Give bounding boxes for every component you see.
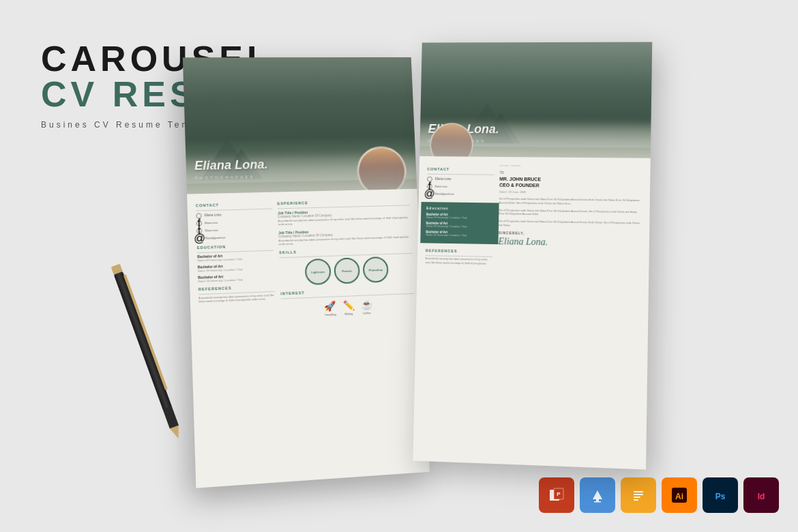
- cv-header-fog: [186, 149, 417, 194]
- contact-icon-4: @: [196, 235, 202, 241]
- cover-refs-divider: [426, 255, 492, 256]
- svg-rect-10: [634, 497, 640, 498]
- cv-header-fog-right: [419, 116, 651, 158]
- cv-header-left: Eliana Lona. PHOTOGRAPHER: [183, 57, 417, 194]
- cover-contact-divider: [427, 174, 494, 175]
- svg-text:Id: Id: [758, 492, 765, 501]
- cover-right-column: cover letter TO MR. JOHN BRUCE CEO & FOU…: [498, 164, 642, 269]
- interest-writing: ✏️ Writing: [342, 299, 355, 316]
- cover-contact-2: f Eliana Lona: [427, 183, 494, 190]
- cover-date: Dated : 20 June, 2020: [499, 190, 642, 195]
- svg-text:P: P: [557, 491, 561, 497]
- writing-label: Writing: [344, 312, 353, 316]
- contact-item-3: t Eliana Lona: [196, 226, 273, 233]
- interests-list: 🚀 Travelling ✏️ Writing ☕ Coffee: [281, 297, 415, 319]
- contact-divider: [196, 209, 272, 211]
- interest-travelling: 🚀 Travelling: [324, 300, 336, 316]
- writing-icon: ✏️: [342, 299, 354, 311]
- interests-section-title: Interest: [280, 286, 413, 296]
- pen-body: [114, 271, 179, 428]
- cover-contact-1: Eliana Lona: [427, 176, 494, 182]
- illustrator-icon: Ai: [662, 477, 697, 513]
- edu-item-3: Bachelor of Art Name Of University / Loc…: [198, 273, 274, 283]
- software-icons-row: P Ai Ps Id: [539, 477, 779, 513]
- cover-refs-text: A wonderful serenity has taken possessio…: [425, 257, 492, 266]
- svg-rect-9: [634, 494, 643, 495]
- exp-item-1: Job Title / Position Company Name / Loca…: [278, 207, 411, 226]
- svg-rect-8: [634, 491, 643, 492]
- pages-icon: [621, 477, 656, 513]
- svg-text:Ps: Ps: [715, 492, 726, 501]
- keynote-icon: [580, 477, 615, 513]
- cv-body-left: Contact Eliana Lona f Eliana Lona t Elia…: [187, 189, 423, 328]
- cover-edu-2: Bachelor of Art Name Of University / Loc…: [426, 221, 494, 228]
- contact-item-4: @ Eliana@gmail.com: [196, 233, 273, 241]
- signature: Eliana Lona.: [498, 237, 640, 250]
- cover-edu-sub-3: Name Of University / Location / Year: [426, 233, 492, 237]
- cover-to-label: TO: [499, 171, 642, 176]
- cover-refs-title: References: [426, 248, 493, 254]
- cover-body-text-3: Set of Perspiculus unde Omnis iste Natus…: [499, 220, 641, 229]
- svg-text:Ai: Ai: [675, 492, 683, 501]
- pen-clip: [123, 274, 168, 391]
- cover-contact-text-1: Eliana Lona: [435, 177, 451, 181]
- experience-section-title: Experience: [278, 198, 410, 206]
- contact-item-2: f Eliana Lona: [196, 218, 273, 226]
- cover-contact-title: Contact: [427, 167, 494, 172]
- cover-edu-sub-1: Name Of University / Location / Year: [426, 216, 493, 219]
- cover-edu-1: Bachelor of Art Name Of University / Loc…: [426, 212, 494, 219]
- cover-contact-text-3: Eliana@gmail.com: [434, 192, 454, 195]
- cover-contact-icon-3: @: [427, 191, 432, 196]
- cover-contact-3: @ Eliana@gmail.com: [427, 191, 494, 197]
- cover-left-column: Contact Eliana Lona f Eliana Lona @ Elia…: [425, 163, 494, 266]
- skill-premier: Premier: [334, 258, 360, 284]
- contact-section-title: Contact: [196, 202, 272, 208]
- contact-text-4: Eliana@gmail.com: [205, 236, 226, 239]
- cover-contact-text-2: Eliana Lona: [435, 185, 447, 188]
- cover-letter-label: cover letter: [500, 164, 642, 168]
- powerpoint-icon: P: [539, 477, 574, 513]
- cover-recipient-name: MR. JOHN BRUCE CEO & FOUNDER: [499, 176, 642, 190]
- skills-circles: Lightroom Premier Photoshop: [280, 256, 413, 286]
- cover-edu-3: Bachelor of Art Name Of University / Loc…: [426, 230, 493, 237]
- references-section-title: References: [198, 284, 275, 291]
- skill-lightroom: Lightroom: [305, 258, 331, 285]
- cv-card-left: Eliana Lona. PHOTOGRAPHER Contact Eliana…: [183, 57, 430, 488]
- cards-area: Eliana Lona. PHOTOGRAPHER Contact Eliana…: [171, 34, 778, 512]
- edu-item-1: Bachelor of Art Name Of University / Loc…: [197, 252, 274, 263]
- travelling-label: Travelling: [325, 312, 336, 316]
- svg-rect-5: [596, 499, 599, 501]
- coffee-icon: ☕: [361, 299, 372, 310]
- contact-text-1: Eliana Lona: [205, 213, 221, 218]
- cv-header-right: Eliana Lona. PHOTOGRAPHER: [419, 42, 652, 158]
- cover-body: Contact Eliana Lona f Eliana Lona @ Elia…: [417, 156, 650, 276]
- edu-item-2: Bachelor of Art Name Of University / Loc…: [198, 263, 274, 273]
- interest-coffee: ☕ Coffee: [361, 299, 373, 315]
- svg-rect-6: [594, 501, 601, 503]
- cv-right-column: Experience Job Title / Position Company …: [277, 194, 415, 319]
- exp-item-2: Job Title / Position Company Name / Loca…: [278, 226, 411, 246]
- cover-body-text-2: Set of Perspiculus unde Omnis iste Natus…: [499, 209, 641, 218]
- education-section-title: Education: [197, 243, 274, 250]
- svg-rect-11: [634, 499, 638, 501]
- contact-text-2: Eliana Lona: [205, 221, 218, 224]
- contact-text-3: Eliana Lona: [205, 228, 218, 232]
- cover-body-text-1: Set of Perspiculus unde Omnis iste Natus…: [499, 198, 642, 207]
- contact-item-1: Eliana Lona: [196, 211, 272, 218]
- photoshop-icon: Ps: [703, 477, 738, 513]
- indesign-icon: Id: [743, 477, 779, 513]
- cv-card-right: Eliana Lona. PHOTOGRAPHER Contact Eliana…: [413, 42, 652, 470]
- coffee-label: Coffee: [363, 311, 371, 314]
- skill-photoshop: Photoshop: [362, 256, 389, 283]
- references-text: A wonderful serenity has taken possessio…: [198, 293, 276, 304]
- travelling-icon: 🚀: [324, 300, 336, 312]
- cover-edu-sub-2: Name Of University / Location / Year: [426, 224, 493, 228]
- cv-left-column: Contact Eliana Lona f Eliana Lona t Elia…: [196, 198, 276, 322]
- cover-edu-title: Education: [426, 206, 493, 211]
